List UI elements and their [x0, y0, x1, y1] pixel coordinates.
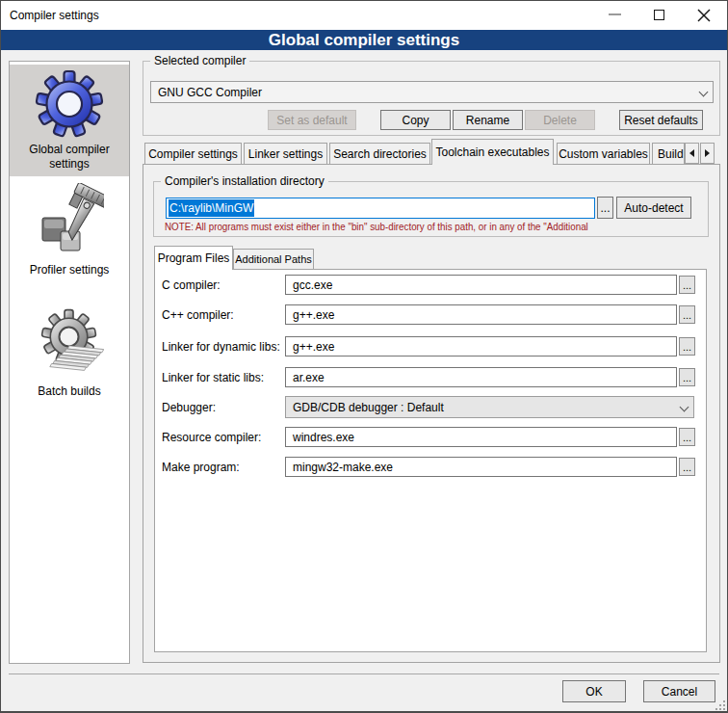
browse-directory-button[interactable]: ...: [597, 197, 613, 219]
installation-directory-value: C:\raylib\MinGW: [169, 199, 254, 217]
linker-static-value: ar.exe: [293, 371, 325, 384]
selected-compiler-combobox[interactable]: GNU GCC Compiler: [150, 81, 714, 103]
make-program-value: mingw32-make.exe: [293, 461, 393, 474]
cancel-button[interactable]: Cancel: [643, 680, 715, 702]
gray-gear-stack-icon: [35, 306, 104, 376]
sidebar-item-label: Global compiler settings: [10, 143, 129, 172]
tab-search-directories[interactable]: Search directories: [329, 143, 430, 164]
linker-static-label: Linker for static libs:: [162, 371, 264, 384]
debugger-value: GDB/CDB debugger : Default: [293, 401, 444, 414]
c-compiler-browse-button[interactable]: ...: [679, 276, 695, 294]
resource-compiler-value: windres.exe: [293, 431, 354, 444]
rename-button[interactable]: Rename: [453, 110, 523, 130]
blue-gear-icon: [35, 69, 104, 139]
linker-dynamic-label: Linker for dynamic libs:: [162, 340, 280, 354]
make-program-input[interactable]: mingw32-make.exe: [285, 457, 677, 477]
tab-additional-paths[interactable]: Additional Paths: [233, 249, 314, 269]
resize-grip[interactable]: [715, 700, 726, 711]
set-as-default-button[interactable]: Set as default: [268, 110, 356, 130]
resource-compiler-browse-button[interactable]: ...: [679, 428, 695, 446]
reset-defaults-button[interactable]: Reset defaults: [619, 110, 703, 130]
linker-dynamic-browse-button[interactable]: ...: [679, 337, 695, 356]
cpp-compiler-input[interactable]: g++.exe: [285, 304, 677, 325]
selected-compiler-group-label: Selected compiler: [150, 55, 249, 67]
resource-compiler-input[interactable]: windres.exe: [285, 427, 677, 447]
tab-custom-variables[interactable]: Custom variables: [557, 143, 650, 164]
cpp-compiler-value: g++.exe: [293, 308, 334, 322]
selected-compiler-value: GNU GCC Compiler: [158, 86, 262, 99]
window-title: Compiler settings: [10, 1, 99, 30]
linker-static-browse-button[interactable]: ...: [679, 368, 695, 386]
installation-directory-input[interactable]: C:\raylib\MinGW: [166, 198, 595, 219]
tab-scroll-left-button[interactable]: [685, 143, 699, 164]
caliper-icon: [35, 183, 104, 252]
make-program-browse-button[interactable]: ...: [679, 458, 695, 476]
tab-linker-settings[interactable]: Linker settings: [244, 143, 327, 164]
tab-scroll-right-button[interactable]: [700, 143, 715, 164]
tab-toolchain-executables[interactable]: Toolchain executables: [431, 139, 554, 165]
close-icon[interactable]: [697, 9, 711, 22]
right-arrow-icon: [705, 149, 710, 157]
debugger-label: Debugger:: [162, 401, 216, 414]
note-text: NOTE: All programs must exist either in …: [165, 221, 588, 233]
ok-button[interactable]: OK: [562, 680, 626, 702]
tab-build-options[interactable]: Build options: [652, 143, 685, 164]
linker-static-input[interactable]: ar.exe: [285, 367, 677, 387]
title-bar: [1, 1, 727, 30]
linker-dynamic-input[interactable]: g++.exe: [285, 336, 677, 356]
sidebar-item-profiler-settings[interactable]: Profiler settings: [10, 263, 129, 277]
dialog-header: Global compiler settings: [1, 30, 727, 50]
dialog-header-title: Global compiler settings: [269, 31, 459, 50]
sidebar-item-batch-builds[interactable]: Batch builds: [10, 384, 129, 399]
delete-button[interactable]: Delete: [525, 110, 595, 130]
make-program-label: Make program:: [162, 461, 240, 474]
footer-separator: [9, 673, 719, 674]
tab-program-files[interactable]: Program Files: [154, 246, 233, 270]
linker-dynamic-value: g++.exe: [293, 340, 334, 354]
installation-directory-group-label: Compiler's installation directory: [161, 175, 328, 188]
auto-detect-button[interactable]: Auto-detect: [616, 197, 691, 219]
left-arrow-icon: [689, 149, 694, 157]
c-compiler-label: C compiler:: [162, 278, 221, 292]
c-compiler-input[interactable]: gcc.exe: [285, 275, 677, 295]
tab-compiler-settings[interactable]: Compiler settings: [144, 143, 242, 164]
cpp-compiler-browse-button[interactable]: ...: [679, 305, 695, 324]
resource-compiler-label: Resource compiler:: [162, 431, 261, 444]
debugger-combobox[interactable]: GDB/CDB debugger : Default: [285, 396, 694, 418]
maximize-icon[interactable]: [654, 10, 664, 20]
c-compiler-value: gcc.exe: [293, 278, 332, 292]
copy-button[interactable]: Copy: [380, 110, 451, 130]
minimize-icon[interactable]: [609, 13, 621, 15]
cpp-compiler-label: C++ compiler:: [162, 308, 234, 322]
